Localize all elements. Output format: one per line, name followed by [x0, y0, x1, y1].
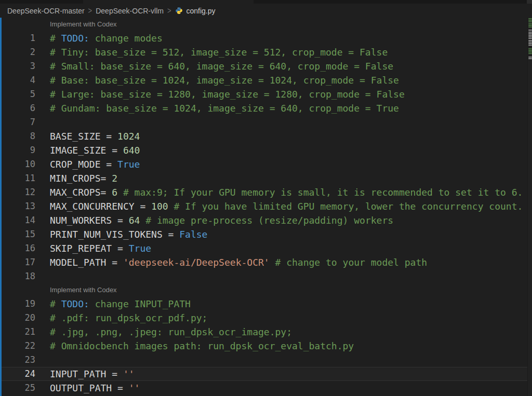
token-number: 64	[129, 215, 140, 226]
code-line-5[interactable]: 5# Large: base_size = 1280, image_size =…	[0, 87, 527, 101]
line-number[interactable]: 4	[0, 73, 35, 87]
token-number: 6	[112, 187, 117, 198]
token-plain: IMAGE_SIZE =	[50, 145, 123, 156]
code-line-16[interactable]: 16SKIP_REPEAT = True	[0, 241, 527, 255]
minimap-line-mark	[528, 48, 532, 49]
line-number[interactable]: 21	[0, 325, 35, 339]
codelens-implement-with-codex[interactable]: Implement with Codex	[0, 283, 527, 297]
line-number[interactable]: 17	[0, 255, 35, 269]
minimap-line-mark	[528, 45, 532, 46]
code-line-9[interactable]: 9IMAGE_SIZE = 640	[0, 143, 527, 157]
token-string: ''	[129, 383, 140, 393]
token-comment: # .pdf: run_dpsk_ocr_pdf.py;	[50, 312, 207, 323]
code-line-4[interactable]: 4# Base: base_size = 1024, image_size = …	[0, 73, 527, 87]
code-text: SKIP_REPEAT = True	[50, 241, 151, 255]
code-line-24[interactable]: 24INPUT_PATH = ''	[0, 367, 527, 381]
token-plain	[270, 257, 275, 268]
code-line-15[interactable]: 15PRINT_NUM_VIS_TOKENS = False	[0, 227, 527, 241]
minimap-line-mark	[528, 42, 532, 43]
line-number[interactable]: 2	[0, 45, 35, 59]
code-line-3[interactable]: 3# Small: base_size = 640, image_size = …	[0, 59, 527, 73]
line-number[interactable]: 25	[0, 381, 35, 395]
minimap-line-mark	[528, 32, 532, 33]
code-line-21[interactable]: 21# .jpg, .png, .jpeg: run_dpsk_ocr_imag…	[0, 325, 527, 339]
code-text: # TODO: change INPUT_PATH	[50, 297, 191, 311]
line-number[interactable]: 13	[0, 199, 35, 213]
line-number[interactable]: 18	[0, 269, 35, 283]
code-text: MIN_CROPS= 2	[50, 171, 117, 185]
code-line-20[interactable]: 20# .pdf: run_dpsk_ocr_pdf.py;	[0, 311, 527, 325]
chevron-right-icon: >	[167, 6, 171, 16]
code-line-13[interactable]: 13MAX_CONCURRENCY = 100 # If you have li…	[0, 199, 527, 213]
line-number[interactable]: 19	[0, 297, 35, 311]
code-line-23[interactable]: 23	[0, 353, 527, 367]
token-plain	[168, 201, 174, 212]
line-number[interactable]: 15	[0, 227, 35, 241]
line-number[interactable]: 8	[0, 129, 35, 143]
line-number[interactable]: 20	[0, 311, 35, 325]
token-string: ''	[123, 368, 135, 379]
token-comment: # change to your model path	[275, 257, 428, 268]
line-number[interactable]: 23	[0, 353, 35, 367]
token-comment: # .jpg, .png, .jpeg: run_dpsk_ocr_image.…	[50, 326, 292, 337]
code-line-17[interactable]: 17MODEL_PATH = 'deepseek-ai/DeepSeek-OCR…	[0, 255, 527, 269]
line-number[interactable]: 16	[0, 241, 35, 255]
token-comment: change modes	[89, 33, 163, 44]
line-number[interactable]: 6	[0, 101, 35, 115]
line-number[interactable]: 3	[0, 59, 35, 73]
line-number[interactable]: 5	[0, 87, 35, 101]
code-line-12[interactable]: 12MAX_CROPS= 6 # max:9; If your GPU memo…	[0, 185, 527, 199]
code-line-2[interactable]: 2# Tiny: base_size = 512, image_size = 5…	[0, 45, 527, 59]
token-comment: # image pre-process (resize/padding) wor…	[145, 215, 393, 226]
breadcrumb-item-subfolder[interactable]: DeepSeek-OCR-vllm	[96, 7, 164, 15]
minimap-line-mark	[528, 33, 532, 34]
token-plain: CROP_MODE =	[50, 159, 117, 170]
editor-pane: Implement with Codex1# TODO: change mode…	[0, 18, 532, 396]
line-number[interactable]: 14	[0, 213, 35, 227]
code-text: IMAGE_SIZE = 640	[50, 143, 140, 157]
breadcrumb-item-file[interactable]: config.py	[187, 7, 216, 15]
line-number[interactable]: 9	[0, 143, 35, 157]
code-line-8[interactable]: 8BASE_SIZE = 1024	[0, 129, 527, 143]
line-number[interactable]: 11	[0, 171, 35, 185]
token-plain: INPUT_PATH =	[50, 368, 123, 379]
code-text: NUM_WORKERS = 64 # image pre-process (re…	[50, 213, 393, 227]
line-number[interactable]: 12	[0, 185, 35, 199]
python-icon	[175, 7, 183, 15]
codelens-implement-with-codex[interactable]: Implement with Codex	[0, 18, 527, 31]
code-text: INPUT_PATH = ''	[50, 367, 135, 380]
code-area[interactable]: Implement with Codex1# TODO: change mode…	[0, 18, 527, 396]
line-number[interactable]: 22	[0, 339, 35, 353]
line-number[interactable]: 24	[0, 367, 35, 380]
token-number: 100	[151, 201, 168, 212]
minimap-line-mark	[528, 50, 532, 51]
code-text: # Large: base_size = 1280, image_size = …	[50, 87, 405, 101]
code-line-19[interactable]: 19# TODO: change INPUT_PATH	[0, 297, 527, 311]
code-line-10[interactable]: 10CROP_MODE = True	[0, 157, 527, 171]
token-keyword: False	[179, 229, 207, 240]
token-comment: # Tiny: base_size = 512, image_size = 51…	[50, 47, 388, 58]
code-line-18[interactable]: 18	[0, 269, 527, 283]
code-line-6[interactable]: 6# Gundam: base_size = 1024, image_size …	[0, 101, 527, 115]
code-text: CROP_MODE = True	[50, 157, 140, 171]
token-plain: MODEL_PATH =	[50, 257, 123, 268]
code-line-1[interactable]: 1# TODO: change modes	[0, 31, 527, 45]
code-line-14[interactable]: 14NUM_WORKERS = 64 # image pre-process (…	[0, 213, 527, 227]
code-line-7[interactable]: 7	[0, 115, 527, 129]
token-keyword: True	[117, 159, 140, 170]
minimap-line-mark	[528, 21, 532, 22]
code-line-25[interactable]: 25OUTPUT_PATH = ''	[0, 381, 527, 395]
code-text: # .pdf: run_dpsk_ocr_pdf.py;	[50, 311, 207, 325]
token-number: 1024	[117, 131, 140, 142]
minimap[interactable]	[527, 18, 532, 396]
token-plain	[140, 215, 145, 226]
code-line-22[interactable]: 22# Omnidocbench images path: run_dpsk_o…	[0, 339, 527, 353]
code-line-11[interactable]: 11MIN_CROPS= 2	[0, 171, 527, 185]
line-number[interactable]: 7	[0, 115, 35, 129]
code-text: # Small: base_size = 640, image_size = 6…	[50, 59, 393, 73]
tab-strip	[0, 0, 532, 4]
breadcrumb-item-root-folder[interactable]: DeepSeek-OCR-master	[7, 7, 85, 15]
line-number[interactable]: 10	[0, 157, 35, 171]
token-plain: BASE_SIZE =	[50, 131, 117, 142]
line-number[interactable]: 1	[0, 31, 35, 45]
